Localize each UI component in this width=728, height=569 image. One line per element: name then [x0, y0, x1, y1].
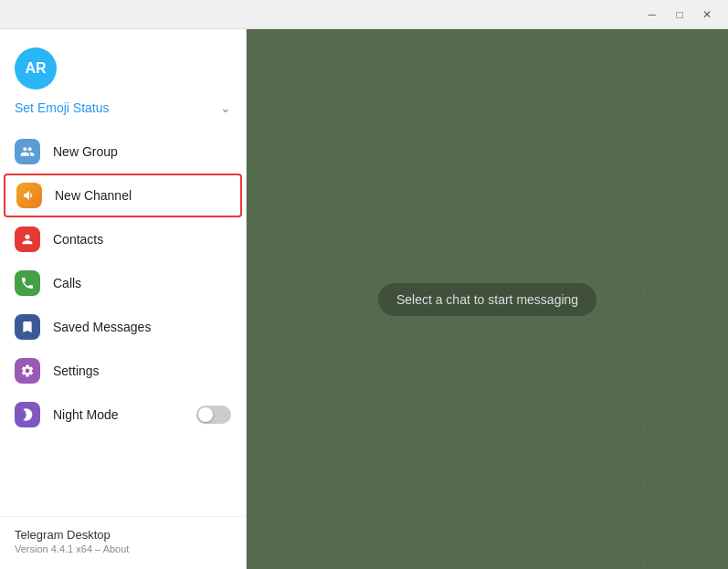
app-version: Version 4.4.1 x64 – About — [15, 543, 231, 554]
calls-label: Calls — [53, 276, 231, 290]
night-mode-toggle[interactable] — [196, 406, 231, 424]
saved-messages-label: Saved Messages — [53, 320, 231, 334]
menu-item-new-group[interactable]: New Group — [0, 130, 246, 174]
new-channel-icon — [16, 183, 42, 208]
menu-item-new-channel[interactable]: New Channel — [4, 174, 242, 217]
settings-label: Settings — [53, 364, 231, 378]
contacts-label: Contacts — [53, 232, 231, 247]
minimize-button[interactable]: ─ — [638, 5, 666, 25]
new-group-label: New Group — [53, 144, 231, 159]
maximize-button[interactable]: □ — [666, 5, 693, 25]
new-group-icon — [15, 139, 40, 164]
menu-item-contacts[interactable]: Contacts — [0, 217, 246, 261]
main-container: AR Set Emoji Status ⌄ New Group — [0, 29, 728, 569]
close-button[interactable]: ✕ — [693, 5, 721, 25]
saved-messages-icon — [15, 314, 40, 340]
menu-item-calls[interactable]: Calls — [0, 261, 246, 305]
sidebar-footer: Telegram Desktop Version 4.4.1 x64 – Abo… — [0, 516, 246, 569]
toggle-knob — [198, 407, 213, 422]
sidebar: AR Set Emoji Status ⌄ New Group — [0, 29, 247, 569]
night-mode-label: Night Mode — [53, 407, 184, 422]
new-channel-label: New Channel — [55, 188, 229, 203]
menu-item-night-mode[interactable]: Night Mode — [0, 393, 246, 437]
emoji-status-link[interactable]: Set Emoji Status — [15, 100, 110, 115]
menu-list: New Group New Channel Contacts — [0, 130, 246, 516]
menu-item-saved-messages[interactable]: Saved Messages — [0, 305, 246, 349]
titlebar: ─ □ ✕ — [0, 0, 728, 29]
avatar[interactable]: AR — [15, 47, 57, 90]
settings-icon — [15, 358, 40, 384]
emoji-status-row: Set Emoji Status ⌄ — [0, 100, 246, 130]
chevron-down-icon[interactable]: ⌄ — [220, 100, 231, 115]
chat-area: Select a chat to start messaging — [247, 29, 728, 569]
menu-item-settings[interactable]: Settings — [0, 349, 246, 393]
app-name: Telegram Desktop — [15, 528, 231, 542]
profile-area: AR — [0, 29, 246, 100]
calls-icon — [15, 270, 40, 296]
night-mode-icon — [15, 402, 40, 427]
chat-placeholder: Select a chat to start messaging — [378, 283, 596, 316]
contacts-icon — [15, 227, 40, 252]
